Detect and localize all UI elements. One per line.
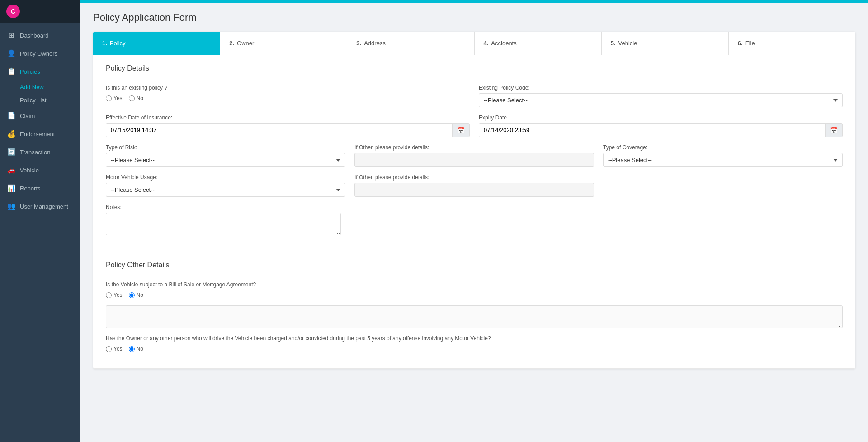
policy-owners-icon: 👤 [7,49,15,57]
form-card: 1. Policy 2. Owner 3. Address 4. Acciden… [93,32,855,369]
reports-icon: 📊 [7,184,15,192]
existing-policy-code-group: Existing Policy Code: --Please Select-- [479,85,843,107]
charged-radio-group: Yes No [106,346,843,352]
tab-file[interactable]: 6. File [729,32,855,55]
policy-other-details-section: Policy Other Details Is the Vehicle subj… [93,252,855,369]
charged-yes-label[interactable]: Yes [106,346,123,352]
type-of-risk-label: Type of Risk: [106,144,345,151]
page-title: Policy Application Form [93,12,855,24]
charged-row: Has the Owner or any other person who wi… [106,335,843,352]
existing-policy-radio-group: Yes No [106,95,470,101]
if-other-details2-group: If Other, please provide details: [354,174,594,197]
existing-policy-yes-label[interactable]: Yes [106,95,123,101]
tab-vehicle[interactable]: 5. Vehicle [602,32,729,55]
bill-of-sale-no-radio[interactable] [129,292,135,298]
type-of-coverage-select[interactable]: --Please Select-- [603,153,843,167]
sidebar-item-label: Vehicle [20,167,39,174]
charged-no-label[interactable]: No [129,346,143,352]
notes-textarea[interactable] [106,213,341,235]
effective-date-label: Effective Date of Insurance: [106,114,470,121]
bill-of-sale-radio-group: Yes No [106,292,843,298]
sidebar-item-label: Transaction [20,149,50,156]
sidebar-item-policies[interactable]: 📋 Policies [0,62,80,81]
sidebar-item-vehicle[interactable]: 🚗 Vehicle [0,161,80,179]
if-other-details2-input[interactable] [354,183,594,197]
expiry-date-group: Expiry Date 📅 [479,114,843,137]
user-mgmt-icon: 👥 [7,202,15,210]
mortgage-textarea-row [106,305,843,328]
mortgage-textarea-group [106,305,843,328]
existing-policy-label: Is this an existing policy ? [106,85,470,91]
sidebar-item-label: Policy Owners [20,50,57,57]
effective-date-input-wrapper: 📅 [106,123,470,137]
sidebar-item-transaction[interactable]: 🔄 Transaction [0,143,80,161]
expiry-date-input[interactable] [479,124,825,137]
effective-date-calendar-icon[interactable]: 📅 [452,124,469,137]
existing-policy-yes-radio[interactable] [106,95,112,101]
sidebar-item-add-new[interactable]: Add New [20,81,80,94]
existing-policy-code-label: Existing Policy Code: [479,85,843,91]
sidebar-item-label: Claim [20,113,35,119]
expiry-date-input-wrapper: 📅 [479,123,843,137]
tab-accidents[interactable]: 4. Accidents [475,32,602,55]
sidebar-item-reports[interactable]: 📊 Reports [0,179,80,197]
sidebar-item-label: User Management [20,203,68,210]
sidebar-item-user-management[interactable]: 👥 User Management [0,197,80,215]
policies-icon: 📋 [7,67,15,76]
endorsement-icon: 💰 [7,130,15,138]
expiry-date-calendar-icon[interactable]: 📅 [825,124,842,137]
effective-date-group: Effective Date of Insurance: 📅 [106,114,470,137]
policy-details-title: Policy Details [106,64,843,76]
charged-no-radio[interactable] [129,346,135,352]
bill-of-sale-yes-radio[interactable] [106,292,112,298]
sidebar-item-policy-owners[interactable]: 👤 Policy Owners [0,44,80,62]
main-content: Policy Application Form 1. Policy 2. Own… [80,0,868,442]
sidebar-item-endorsement[interactable]: 💰 Endorsement [0,125,80,143]
dashboard-icon: ⊞ [7,31,15,39]
dates-row: Effective Date of Insurance: 📅 Expiry Da… [106,114,843,137]
transaction-icon: 🔄 [7,148,15,156]
sidebar-item-label: Dashboard [20,32,49,39]
type-of-risk-select[interactable]: --Please Select-- [106,153,345,167]
tab-owner[interactable]: 2. Owner [220,32,347,55]
charged-group: Has the Owner or any other person who wi… [106,335,843,352]
bill-of-sale-no-label[interactable]: No [129,292,143,298]
notes-group: Notes: [106,204,341,235]
risk-row: Type of Risk: --Please Select-- If Other… [106,144,843,167]
if-other-details2-label: If Other, please provide details: [354,174,594,181]
existing-policy-row: Is this an existing policy ? Yes No [106,85,843,107]
existing-policy-no-radio[interactable] [129,95,135,101]
claim-icon: 📄 [7,112,15,120]
sidebar-item-claim[interactable]: 📄 Claim [0,107,80,125]
existing-policy-code-select[interactable]: --Please Select-- [479,93,843,107]
mortgage-textarea[interactable] [106,305,843,328]
charged-label: Has the Owner or any other person who wi… [106,335,843,342]
effective-date-input[interactable] [106,124,452,137]
tab-address[interactable]: 3. Address [347,32,474,55]
motor-vehicle-usage-group: Motor Vehicle Usage: --Please Select-- [106,174,345,197]
tab-policy[interactable]: 1. Policy [93,32,220,55]
if-other-details-label: If Other, please provide details: [354,144,594,151]
sidebar-item-policy-list[interactable]: Policy List [20,94,80,107]
sidebar-logo: C [0,0,80,23]
sidebar-item-label: Policies [20,68,40,75]
if-other-details-input[interactable] [354,153,594,167]
existing-policy-group: Is this an existing policy ? Yes No [106,85,470,101]
charged-yes-radio[interactable] [106,346,112,352]
bill-of-sale-yes-label[interactable]: Yes [106,292,123,298]
sidebar-item-dashboard[interactable]: ⊞ Dashboard [0,26,80,44]
motor-vehicle-usage-label: Motor Vehicle Usage: [106,174,345,181]
policy-other-details-title: Policy Other Details [106,261,843,273]
policy-details-section: Policy Details Is this an existing polic… [93,55,855,252]
expiry-date-label: Expiry Date [479,114,843,121]
logo-icon: C [6,5,20,18]
step-tabs: 1. Policy 2. Owner 3. Address 4. Acciden… [93,32,855,55]
type-of-coverage-group: Type of Coverage: --Please Select-- [603,144,843,167]
vehicle-usage-row: Motor Vehicle Usage: --Please Select-- I… [106,174,843,197]
motor-vehicle-usage-select[interactable]: --Please Select-- [106,183,345,197]
notes-label: Notes: [106,204,341,210]
existing-policy-no-label[interactable]: No [129,95,143,101]
bill-of-sale-group: Is the Vehicle subject to a Bill of Sale… [106,281,843,298]
sidebar-item-label: Endorsement [20,131,55,138]
if-other-details-group: If Other, please provide details: [354,144,594,167]
